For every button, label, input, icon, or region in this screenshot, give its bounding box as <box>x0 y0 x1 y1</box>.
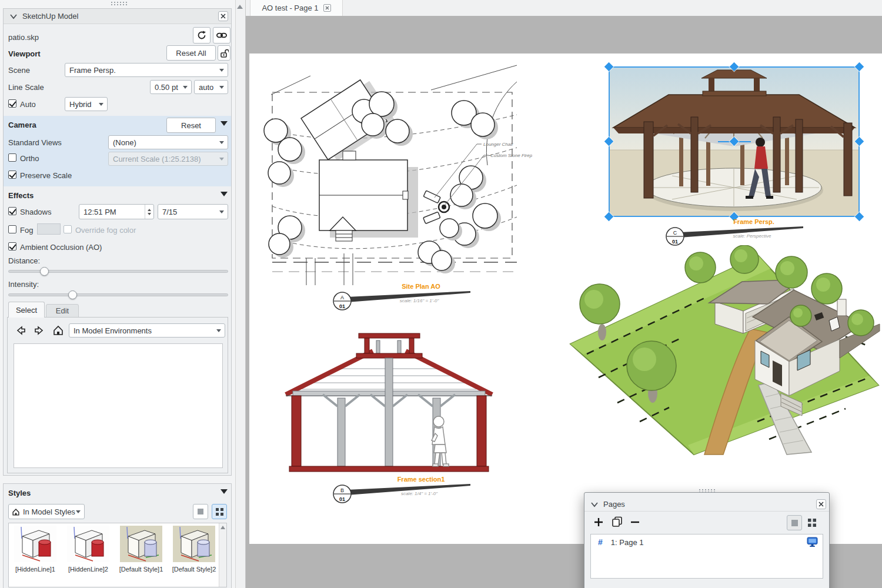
style-thumbnail-hiddenline1[interactable]: [HiddenLine]1 <box>10 526 61 573</box>
label-ref: B <box>340 487 344 493</box>
time-spinner[interactable] <box>145 205 153 219</box>
style-thumbnail-hiddenline2[interactable]: [HiddenLine]2 <box>63 526 113 573</box>
scroll-up-icon <box>220 526 225 529</box>
ortho-label: Ortho <box>20 154 39 163</box>
tab-select[interactable]: Select <box>8 302 45 318</box>
refresh-model-button[interactable] <box>193 27 211 44</box>
forward-arrow-button[interactable] <box>34 325 45 336</box>
pages-list-view-button[interactable] <box>787 515 802 530</box>
preserve-scale-checkbox[interactable] <box>8 171 16 179</box>
camera-reset-button[interactable]: Reset <box>166 118 216 133</box>
ao-intensity-slider-handle[interactable] <box>68 290 77 299</box>
viewport-scale: scale: Perspective <box>708 233 796 239</box>
line-scale-label: Line Scale <box>8 83 44 92</box>
list-view-icon <box>198 509 203 514</box>
style-thumbnail-default1[interactable]: [Default Style]1 <box>116 526 166 573</box>
style-preview-image <box>173 526 215 562</box>
label-ref: C <box>673 230 677 236</box>
back-arrow-button[interactable] <box>15 325 26 336</box>
document-tab[interactable]: AO test - Page 1 <box>250 0 343 16</box>
shadow-date-dropdown[interactable]: 7/15 <box>158 204 228 219</box>
fog-checkbox[interactable] <box>8 225 16 233</box>
pages-panel: Pages <box>584 492 830 588</box>
pages-close-button[interactable] <box>816 499 826 509</box>
label-sheet: 01 <box>339 303 345 309</box>
line-scale-dropdown[interactable]: 0.50 pt <box>150 80 192 94</box>
standard-views-value: (None) <box>113 138 136 147</box>
style-preview-image <box>67 526 109 562</box>
ambient-occlusion-label: Ambient Occlusion (AO) <box>20 243 102 252</box>
scroll-up-icon <box>237 5 243 9</box>
styles-list-view-button[interactable] <box>193 504 208 519</box>
page-name: 1: Page 1 <box>611 538 644 547</box>
document-tab-close-button[interactable] <box>323 4 331 12</box>
ao-distance-slider-handle[interactable] <box>40 267 49 276</box>
render-mode-dropdown[interactable]: Hybrid <box>65 97 108 111</box>
presentation-monitor-icon[interactable] <box>807 537 818 547</box>
tray-scrollbar[interactable] <box>235 0 245 588</box>
link-icon <box>216 31 228 39</box>
effects-collapse-icon[interactable] <box>220 192 228 196</box>
auto-render-checkbox[interactable] <box>8 99 16 108</box>
reset-all-button[interactable]: Reset All <box>166 45 216 61</box>
home-button[interactable] <box>52 325 64 336</box>
override-fog-label: Override fog color <box>75 226 136 235</box>
environments-value: In Model Environments <box>74 326 152 335</box>
delete-page-button[interactable] <box>630 521 640 523</box>
spinner-up-icon <box>148 209 151 211</box>
ortho-checkbox[interactable] <box>8 153 16 162</box>
layout-page[interactable]: Lounger Chair Custom Stone Firepit A 01 … <box>249 54 882 544</box>
page-row[interactable]: # 1: Page 1 <box>591 534 823 550</box>
tab-edit-label: Edit <box>56 306 69 315</box>
pages-drag-handle[interactable] <box>699 489 716 493</box>
scene-dropdown[interactable]: Frame Persp. <box>65 63 228 77</box>
tab-edit[interactable]: Edit <box>46 304 79 318</box>
styles-grid-view-button[interactable] <box>212 504 227 519</box>
standard-views-dropdown[interactable]: (None) <box>108 135 228 149</box>
camera-section: Camera Reset Standard Views (None) Ortho… <box>4 116 231 186</box>
ambient-occlusion-checkbox[interactable] <box>8 242 16 250</box>
tray-scroll-up-button[interactable] <box>237 5 244 12</box>
sketchup-model-panel-header[interactable]: SketchUp Model <box>4 9 231 24</box>
lock-toggle-button[interactable] <box>218 45 230 61</box>
spinner-down-icon <box>148 213 151 215</box>
panel-title: SketchUp Model <box>22 12 78 21</box>
drawing-canvas[interactable]: Lounger Chair Custom Stone Firepit A 01 … <box>246 16 882 588</box>
add-page-button[interactable] <box>594 517 603 527</box>
style-thumbnail-default2[interactable]: [Default Style]2 <box>169 526 219 573</box>
styles-source-dropdown[interactable]: In Model Styles <box>8 504 85 519</box>
style-preview-image <box>120 526 162 562</box>
viewport-label-frame-persp[interactable]: C 01 Frame Persp. scale: Perspective <box>664 218 804 249</box>
ao-intensity-slider-track[interactable] <box>8 293 228 296</box>
styles-section-label: Styles <box>8 489 31 497</box>
site-3d-viewport[interactable] <box>563 245 882 457</box>
duplicate-page-button[interactable] <box>612 516 623 527</box>
shadows-checkbox[interactable] <box>8 207 16 215</box>
ortho-scale-value: Current Scale (1:25.2138) <box>113 155 201 163</box>
tray-drag-handle[interactable] <box>111 1 128 6</box>
viewport-label-frame-section[interactable]: B 01 Frame section1 scale: 1/4" = 1'-0" <box>332 476 472 506</box>
frame-persp-viewport[interactable] <box>609 66 860 217</box>
environments-dropdown[interactable]: In Model Environments <box>69 323 225 338</box>
annotation-stone-firepit[interactable]: Custom Stone Firepit <box>490 153 532 158</box>
styles-collapse-icon[interactable] <box>220 489 228 494</box>
pages-grid-view-button[interactable] <box>808 519 816 527</box>
pages-panel-header[interactable]: Pages <box>584 497 829 512</box>
environments-list[interactable] <box>14 343 223 468</box>
style-thumbnail-label: [Default Style]1 <box>116 566 166 573</box>
camera-collapse-icon[interactable] <box>220 121 228 126</box>
line-scale-value: 0.50 pt <box>155 83 178 92</box>
style-thumbnail-label: [HiddenLine]1 <box>10 566 61 573</box>
styles-source-value: In Model Styles <box>23 507 75 516</box>
frame-section-viewport[interactable] <box>281 332 497 483</box>
viewport-label-site-plan[interactable]: A 01 Site Plan AO scale: 1/16" = 1'-0" <box>332 283 472 313</box>
effects-section-label: Effects <box>8 191 34 200</box>
annotation-lounger-chair[interactable]: Lounger Chair <box>483 142 513 147</box>
relink-model-button[interactable] <box>213 27 230 44</box>
close-panel-button[interactable] <box>218 11 228 21</box>
page-number-icon: # <box>598 537 603 547</box>
shadow-time-input[interactable]: 12:51 PM <box>79 204 154 219</box>
site-plan-viewport[interactable]: Lounger Chair Custom Stone Firepit <box>255 58 532 285</box>
line-scale-auto-dropdown[interactable]: auto <box>194 80 228 94</box>
styles-scrollbar[interactable] <box>219 523 226 587</box>
